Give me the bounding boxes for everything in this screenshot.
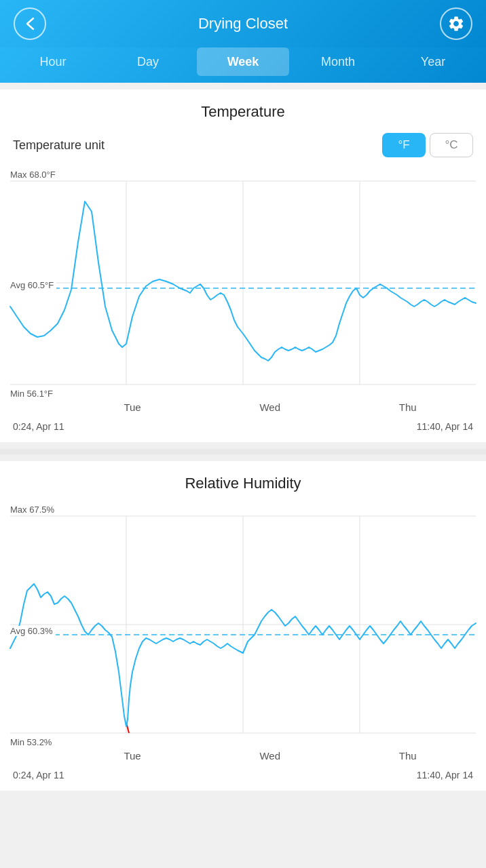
temperature-chart: Max 68.0°F Avg 60.5°F Min 56.1°F [10,170,476,413]
humidity-min-label: Min 53.2% [10,737,476,747]
temp-x-labels: Tue Wed Thu [10,401,476,413]
unit-fahrenheit-button[interactable]: °F [382,133,426,157]
tab-year[interactable]: Year [387,47,479,76]
humidity-x-labels: Tue Wed Thu [10,750,476,762]
temperature-unit-label: Temperature unit [13,138,105,153]
tab-day[interactable]: Day [102,47,194,76]
settings-button[interactable] [440,7,472,40]
gear-icon [447,15,465,33]
header: Drying Closet [0,0,486,47]
humidity-chart: Max 67.5% Avg 60.3% Min 53. [10,505,476,762]
temperature-title: Temperature [10,103,476,121]
humidity-time-range: 0:24, Apr 11 11:40, Apr 14 [10,767,476,781]
humidity-time-start: 0:24, Apr 11 [13,770,64,781]
temperature-chart-svg [10,181,476,384]
humidity-x-label-thu: Thu [399,750,417,762]
back-button[interactable] [14,7,46,40]
humidity-time-end: 11:40, Apr 14 [417,770,473,781]
unit-row: Temperature unit °F °C [10,133,476,157]
temp-min-label: Min 56.1°F [10,389,476,399]
temp-x-label-tue: Tue [124,401,141,413]
unit-toggle: °F °C [382,133,473,157]
humidity-card: Relative Humidity Max 67.5% [0,461,486,791]
humidity-avg-label: Avg 60.3% [10,626,56,636]
section-divider [0,449,486,454]
temp-max-label: Max 68.0°F [10,170,476,180]
page-title: Drying Closet [46,15,440,33]
humidity-x-label-tue: Tue [124,750,141,762]
temp-time-end: 11:40, Apr 14 [417,421,473,432]
humidity-title: Relative Humidity [10,475,476,492]
temp-time-range: 0:24, Apr 11 11:40, Apr 14 [10,418,476,432]
tab-week[interactable]: Week [197,47,289,76]
tab-bar: Hour Day Week Month Year [0,47,486,83]
temp-time-start: 0:24, Apr 11 [13,421,64,432]
chevron-left-icon [25,17,35,31]
humidity-x-label-wed: Wed [259,750,280,762]
humidity-max-label: Max 67.5% [10,505,476,515]
temp-x-label-wed: Wed [259,401,280,413]
temp-avg-label: Avg 60.5°F [10,280,56,290]
humidity-chart-svg [10,516,476,733]
tab-hour[interactable]: Hour [7,47,99,76]
unit-celsius-button[interactable]: °C [430,133,473,157]
temperature-card: Temperature Temperature unit °F °C Max 6… [0,90,486,442]
temp-x-label-thu: Thu [399,401,417,413]
tab-month[interactable]: Month [292,47,384,76]
